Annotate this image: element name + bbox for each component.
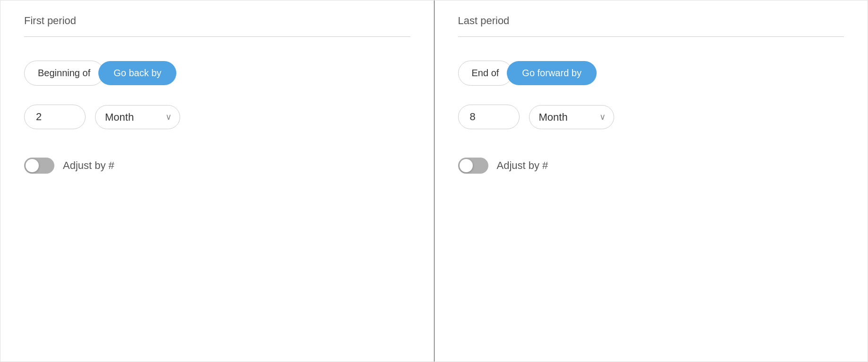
last-period-button-group: End of Go forward by <box>458 61 844 86</box>
first-period-adjust-toggle[interactable] <box>24 158 54 174</box>
last-period-adjust-row: Adjust by # <box>458 158 844 174</box>
go-forward-by-button[interactable]: Go forward by <box>507 61 597 85</box>
last-period-title: Last period <box>458 15 844 37</box>
first-period-panel: First period Beginning of Go back by Day… <box>0 0 434 362</box>
first-period-number-input[interactable] <box>24 105 86 129</box>
last-period-select-wrapper: Day Week Month Year <box>529 105 614 129</box>
main-container: First period Beginning of Go back by Day… <box>0 0 868 362</box>
first-period-button-group: Beginning of Go back by <box>24 61 410 86</box>
first-period-spacer <box>24 193 410 347</box>
go-back-by-button[interactable]: Go back by <box>98 61 176 85</box>
last-period-toggle-knob <box>460 159 473 172</box>
first-period-adjust-row: Adjust by # <box>24 158 410 174</box>
end-of-button[interactable]: End of <box>458 61 513 86</box>
last-period-unit-select[interactable]: Day Week Month Year <box>529 105 614 129</box>
first-period-select-wrapper: Day Week Month Year <box>95 105 180 129</box>
last-period-number-input[interactable] <box>458 105 520 129</box>
first-period-title: First period <box>24 15 410 37</box>
first-period-adjust-label: Adjust by # <box>63 159 114 172</box>
beginning-of-button[interactable]: Beginning of <box>24 61 104 86</box>
first-period-number-unit-row: Day Week Month Year <box>24 105 410 129</box>
last-period-adjust-label: Adjust by # <box>497 159 548 172</box>
first-period-toggle-knob <box>26 159 39 172</box>
last-period-spacer <box>458 193 844 347</box>
last-period-number-unit-row: Day Week Month Year <box>458 105 844 129</box>
last-period-adjust-toggle[interactable] <box>458 158 488 174</box>
last-period-panel: Last period End of Go forward by Day Wee… <box>434 0 868 362</box>
first-period-unit-select[interactable]: Day Week Month Year <box>95 105 180 129</box>
